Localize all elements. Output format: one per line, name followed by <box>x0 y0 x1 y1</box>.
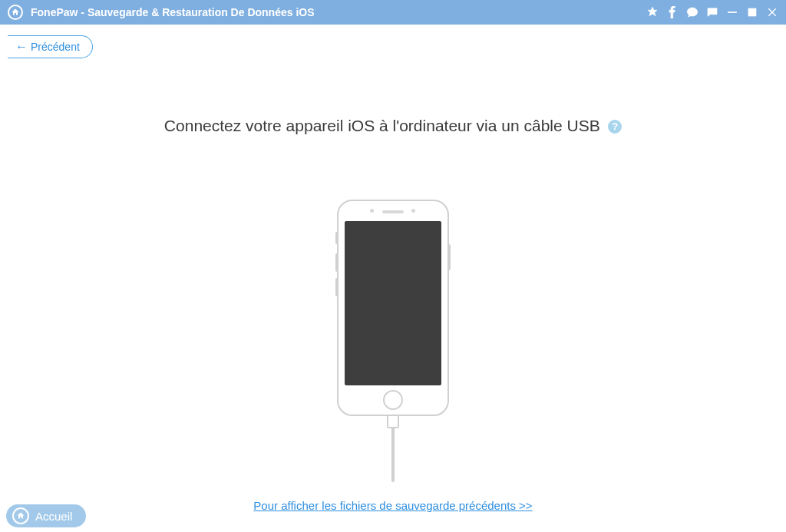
help-icon[interactable]: ? <box>608 120 622 134</box>
view-backups-row: Pour afficher les fichiers de sauvegarde… <box>0 499 786 513</box>
close-button[interactable] <box>763 3 781 21</box>
chat-icon[interactable] <box>683 3 702 21</box>
phone-mute-switch <box>335 232 339 244</box>
phone-speaker <box>382 210 404 213</box>
app-title: FonePaw - Sauvegarde & Restauration De D… <box>31 6 315 18</box>
upgrade-icon[interactable] <box>643 3 662 21</box>
back-button[interactable]: ← Précédent <box>8 35 93 58</box>
titlebar: FonePaw - Sauvegarde & Restauration De D… <box>0 0 786 25</box>
view-backups-link[interactable]: Pour afficher les fichiers de sauvegarde… <box>253 499 532 512</box>
facebook-icon[interactable] <box>663 3 682 21</box>
usb-cable-plug <box>387 415 399 428</box>
maximize-button[interactable] <box>743 3 761 21</box>
home-button-label: Accueil <box>35 510 72 523</box>
phone-sensor-dot <box>411 209 415 213</box>
app-logo-icon <box>8 5 23 20</box>
arrow-left-icon: ← <box>15 41 28 53</box>
main-content: ← Précédent Connectez votre appareil iOS… <box>0 25 786 532</box>
phone-illustration <box>337 200 449 482</box>
feedback-icon[interactable] <box>703 3 722 21</box>
phone-camera-dot <box>370 209 374 213</box>
phone-screen <box>345 221 441 385</box>
phone-outline <box>337 200 449 416</box>
instruction-row: Connectez votre appareil iOS à l'ordinat… <box>0 117 786 135</box>
phone-home-button <box>383 390 403 410</box>
phone-power-button <box>447 244 451 270</box>
minimize-button[interactable] <box>723 3 741 21</box>
home-icon <box>12 507 29 524</box>
svg-rect-1 <box>748 8 755 15</box>
usb-cable-wire <box>391 428 395 482</box>
back-button-label: Précédent <box>31 41 80 53</box>
home-button[interactable]: Accueil <box>6 504 86 527</box>
svg-rect-0 <box>728 12 737 12</box>
instruction-text: Connectez votre appareil iOS à l'ordinat… <box>164 117 600 134</box>
phone-volume-up <box>335 253 339 272</box>
phone-volume-down <box>335 278 339 296</box>
